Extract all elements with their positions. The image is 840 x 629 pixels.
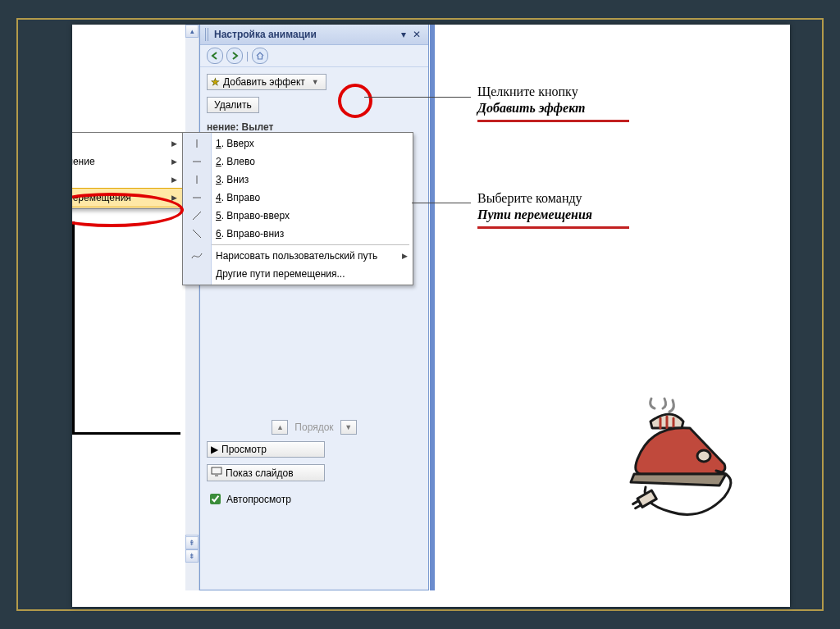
slide-thumbnail-edge	[72, 221, 180, 435]
preview-button[interactable]: ▶ Просмотр	[207, 441, 325, 458]
annotation-add-effect: Щелкните кнопку Добавить эффект	[477, 84, 629, 122]
path-item-more[interactable]: Другие пути перемещения...	[183, 265, 413, 283]
path-line-icon	[189, 136, 204, 151]
submenu-arrow-icon: ▶	[402, 252, 408, 260]
slideshow-button[interactable]: Показ слайдов	[207, 464, 325, 481]
menu-item-entrance[interactable]: ★ Вход ▶	[72, 134, 182, 153]
path-item-left[interactable]: 2. Влево	[183, 153, 413, 171]
nav-home-button[interactable]	[252, 48, 268, 64]
path-item-up[interactable]: 1. Вверх	[183, 134, 413, 153]
submenu-arrow-icon: ▶	[171, 175, 177, 184]
path-curve-icon	[189, 248, 204, 263]
svg-line-6	[193, 230, 201, 238]
menu-item-emphasis[interactable]: ★ Выделение ▶	[72, 153, 182, 171]
autopreview-input[interactable]	[210, 494, 221, 504]
reorder-label: Порядок	[294, 422, 333, 433]
svg-line-12	[633, 501, 639, 504]
star-icon: ★	[211, 76, 220, 88]
svg-point-10	[697, 450, 710, 462]
reorder-up-button[interactable]: ▲	[272, 420, 288, 435]
change-effect-label: нение: Вылет	[207, 121, 422, 133]
annotation-line	[364, 97, 471, 98]
svg-rect-0	[212, 467, 221, 474]
pane-menu-dropdown[interactable]: ▾	[397, 29, 410, 40]
path-item-right-up[interactable]: 5. Вправо-вверх	[183, 207, 413, 225]
path-line-icon	[189, 226, 204, 241]
path-item-right[interactable]: 4. Вправо	[183, 189, 413, 207]
svg-line-13	[636, 505, 641, 508]
nav-separator: |	[246, 50, 249, 62]
add-effect-button[interactable]: ★ Добавить эффект ▼	[207, 74, 326, 90]
menu-item-exit[interactable]: ★ Выход ▶	[72, 171, 182, 189]
slide-canvas: ▴ ▾ ⇞ ⇟ Настройка анимации ▾ ✕ |	[72, 25, 790, 607]
annotation-line	[412, 203, 471, 203]
add-effect-label: Добавить эффект	[223, 76, 305, 88]
play-icon: ▶	[211, 444, 218, 455]
path-line-icon	[189, 208, 204, 223]
path-item-right-down[interactable]: 6. Вправо-вниз	[183, 225, 413, 243]
pane-splitter[interactable]	[430, 25, 435, 590]
underline	[477, 226, 629, 229]
submenu-arrow-icon: ▶	[171, 157, 177, 166]
pane-title: Настройка анимации	[214, 29, 397, 40]
underline	[477, 120, 629, 122]
autopreview-checkbox[interactable]: Автопросмотр	[207, 491, 422, 507]
path-line-icon	[189, 172, 204, 187]
pane-nav: |	[200, 45, 428, 67]
highlight-circle	[338, 84, 372, 118]
grip-icon	[205, 28, 209, 41]
pane-close-button[interactable]: ✕	[410, 29, 423, 40]
thumb-scrollbar[interactable]: ▴ ▾ ⇞ ⇟	[185, 25, 199, 590]
reorder-down-button[interactable]: ▼	[340, 420, 357, 435]
path-item-custom[interactable]: Нарисовать пользовательский путь ▶	[183, 247, 413, 265]
animation-task-pane: Настройка анимации ▾ ✕ | ★ Добавить эффе…	[199, 25, 429, 590]
path-item-down[interactable]: 3. Вниз	[183, 171, 413, 189]
iron-clipart	[618, 394, 741, 533]
pane-titlebar[interactable]: Настройка анимации ▾ ✕	[200, 25, 428, 45]
menu-divider	[206, 244, 409, 245]
annotation-motion-path: Выберите команду Пути перемещения	[477, 190, 629, 229]
delete-effect-button[interactable]: Удалить	[207, 97, 259, 113]
scroll-up-icon[interactable]: ▴	[185, 25, 199, 38]
path-line-icon	[189, 154, 204, 169]
nav-back-button[interactable]	[207, 48, 223, 64]
reorder-row: ▲ Порядок ▼	[207, 420, 422, 435]
scroll-nav-buttons[interactable]: ⇞ ⇟	[185, 536, 199, 563]
chevron-down-icon: ▼	[312, 78, 319, 86]
nav-forward-button[interactable]	[226, 48, 243, 64]
monitor-icon	[211, 467, 222, 479]
submenu-arrow-icon: ▶	[171, 139, 177, 148]
motion-path-submenu: 1. Вверх 2. Влево 3. Вниз 4. Вправо 5. В…	[182, 132, 413, 285]
svg-line-5	[193, 212, 201, 220]
path-line-icon	[189, 190, 204, 205]
